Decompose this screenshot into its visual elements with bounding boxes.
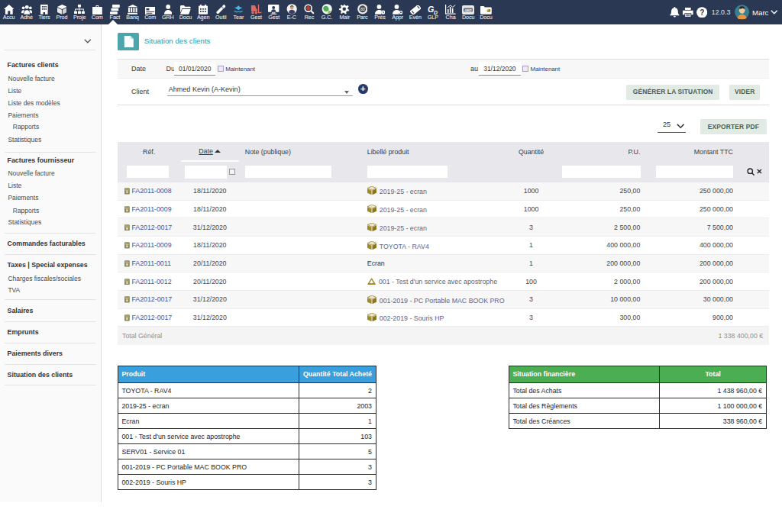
- svg-text:60: 60: [360, 7, 364, 11]
- svg-text:GED: GED: [465, 8, 472, 12]
- svg-text:?: ?: [700, 8, 704, 17]
